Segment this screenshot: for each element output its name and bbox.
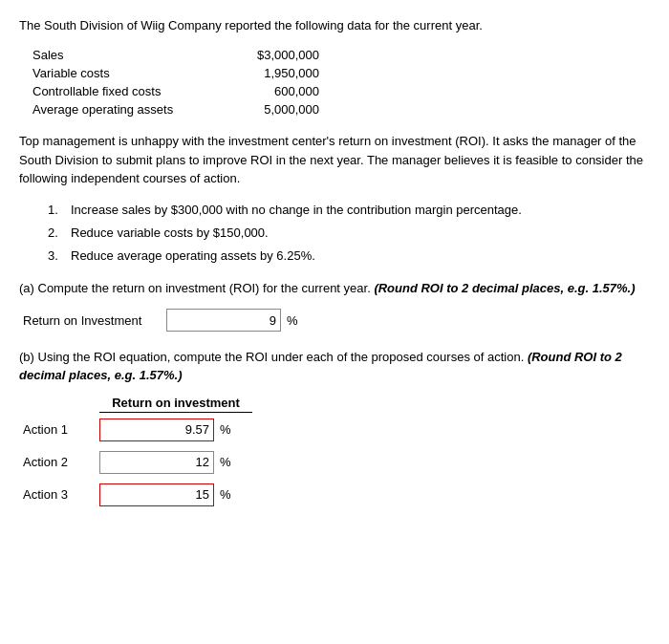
- action-2-input[interactable]: [99, 451, 214, 474]
- action-item-2: 2. Reduce variable costs by $150,000.: [48, 225, 650, 242]
- table-row: Controllable fixed costs 600,000: [32, 84, 650, 98]
- action-num-1: 1.: [48, 202, 71, 219]
- avg-operating-assets-value: 5,000,000: [224, 102, 319, 117]
- avg-operating-assets-label: Average operating assets: [32, 102, 224, 117]
- action-3-row: Action 3 %: [23, 483, 348, 506]
- action-2-pct: %: [220, 455, 231, 469]
- intro-text: The South Division of Wiig Company repor…: [19, 17, 650, 34]
- variable-costs-label: Variable costs: [32, 66, 224, 80]
- sales-value: $3,000,000: [224, 48, 319, 62]
- action-3-pct: %: [220, 487, 231, 502]
- action-num-3: 3.: [48, 247, 71, 265]
- action-2-input-wrapper: %: [99, 451, 252, 474]
- action-3-input-wrapper: %: [99, 483, 252, 506]
- roi-table: Return on investment Action 1 % Action 2…: [23, 396, 348, 506]
- pct-symbol: %: [287, 313, 298, 328]
- controllable-fixed-costs-label: Controllable fixed costs: [32, 84, 224, 98]
- action-text-3: Reduce average operating assets by 6.25%…: [71, 247, 315, 265]
- part-b-section: (b) Using the ROI equation, compute the …: [19, 349, 650, 505]
- action-1-row: Action 1 %: [23, 419, 348, 441]
- action-2-row: Action 2 %: [23, 451, 348, 474]
- action-3-input[interactable]: [99, 483, 214, 506]
- action-num-2: 2.: [48, 225, 71, 242]
- controllable-fixed-costs-value: 600,000: [224, 84, 319, 98]
- part-a-question: (a) Compute the return on investment (RO…: [19, 280, 650, 297]
- part-a-section: (a) Compute the return on investment (RO…: [19, 280, 650, 332]
- action-item-1: 1. Increase sales by $300,000 with no ch…: [48, 202, 650, 219]
- action-item-3: 3. Reduce average operating assets by 6.…: [48, 247, 650, 265]
- roi-table-header: Return on investment: [23, 396, 348, 413]
- description-text: Top management is unhappy with the inves…: [19, 132, 650, 188]
- part-a-instruction: (Round ROI to 2 decimal places, e.g. 1.5…: [374, 281, 635, 295]
- action-2-label: Action 2: [23, 455, 99, 469]
- part-b-question: (b) Using the ROI equation, compute the …: [19, 349, 650, 383]
- financials-table: Sales $3,000,000 Variable costs 1,950,00…: [32, 48, 650, 117]
- action-text-2: Reduce variable costs by $150,000.: [71, 225, 269, 242]
- action-1-label: Action 1: [23, 422, 99, 437]
- sales-label: Sales: [32, 48, 224, 62]
- actions-list: 1. Increase sales by $300,000 with no ch…: [48, 202, 650, 266]
- variable-costs-value: 1,950,000: [224, 66, 319, 80]
- action-1-input-wrapper: %: [99, 419, 252, 441]
- table-row: Variable costs 1,950,000: [32, 66, 650, 80]
- action-text-1: Increase sales by $300,000 with no chang…: [71, 202, 522, 219]
- roi-row: Return on Investment %: [23, 309, 650, 332]
- action-3-label: Action 3: [23, 487, 99, 502]
- roi-label: Return on Investment: [23, 313, 157, 328]
- table-row: Average operating assets 5,000,000: [32, 102, 650, 117]
- table-row: Sales $3,000,000: [32, 48, 650, 62]
- action-1-input[interactable]: [99, 419, 214, 441]
- action-1-pct: %: [220, 422, 231, 437]
- roi-col-header: Return on investment: [99, 396, 252, 413]
- roi-input[interactable]: [166, 309, 281, 332]
